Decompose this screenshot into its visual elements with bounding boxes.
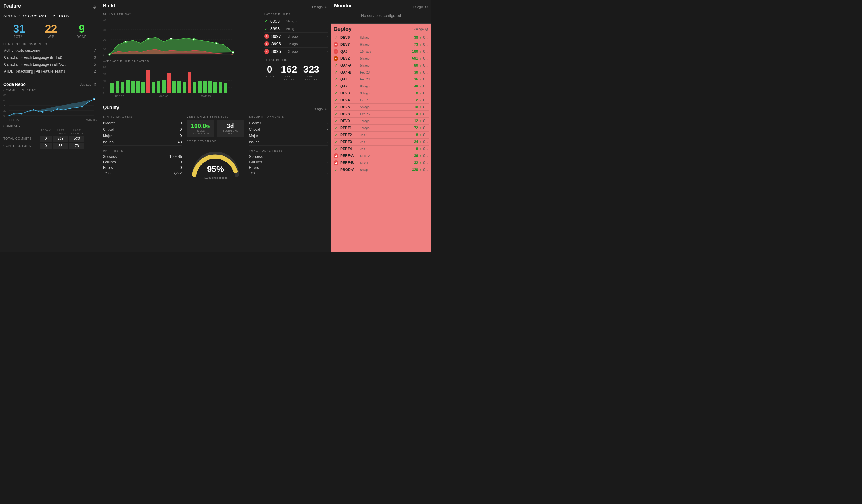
sec-critical: Critical - (249, 127, 328, 133)
check-icon-qa2: ✓ (334, 84, 338, 89)
svg-rect-65 (193, 82, 196, 93)
arrow-down-icon-proda: ↓ (427, 168, 429, 172)
deploy-status-qa2: ✓ (334, 84, 338, 89)
tech-debt-label: TECHNICALDEBT (219, 130, 242, 135)
func-tests: Tests - (249, 170, 328, 176)
build-number: 8999 (270, 19, 284, 24)
commits-x-label-mar06: MAR 06 (86, 119, 96, 122)
metric-wip: 22 WIP (45, 24, 57, 38)
svg-point-32 (125, 41, 127, 43)
svg-point-16 (69, 108, 71, 109)
deploy-zero-qa4a: 0 (423, 63, 425, 67)
deploy-zero-perf4: 0 (423, 147, 425, 151)
check-icon-dev5: ✓ (334, 105, 338, 109)
feature-gear-icon[interactable]: ⚙ (93, 5, 96, 10)
arrow-up-icon-dev8: ↑ (420, 112, 421, 116)
svg-rect-55 (141, 82, 145, 93)
deploy-count-dev3: 8 (416, 91, 418, 95)
deploy-count-dev6: 38 (414, 36, 418, 40)
deploy-zero-perf2: 0 (423, 133, 425, 137)
deploy-item-perfb: 2 PERF-B Nov 3 32 ↑ 0 ↓ (334, 159, 429, 167)
deploy-title: Deploy (334, 26, 352, 32)
deploy-name-dev8: DEV8 (340, 112, 358, 116)
deploy-status-dev7: 4 (334, 42, 338, 47)
feature-panel: Feature ⚙ SPRINT: TETRIS PSI ... 6 DAYS … (0, 0, 100, 252)
build-time: 6h ago (288, 50, 324, 53)
check-icon-dev4: ✓ (334, 98, 338, 103)
deploy-count-perfb: 32 (414, 161, 418, 165)
deploy-zero-perf3: 0 (423, 140, 425, 144)
svg-text:20: 20 (103, 38, 106, 41)
deploy-status-perf1: ✓ (334, 125, 338, 130)
build-item-8995: ! 8995 6h ago › (264, 48, 328, 55)
check-icon-perf2: ✓ (334, 133, 338, 137)
svg-text:95%: 95% (207, 164, 224, 174)
commits-x-label-feb27: FEB 27 (9, 119, 19, 122)
build-fail-icon: ! (264, 34, 269, 39)
svg-point-17 (81, 106, 83, 108)
svg-text:30: 30 (103, 28, 106, 31)
sec-issues: Issues - (249, 139, 328, 146)
chevron-right-icon[interactable]: › (327, 27, 328, 31)
quality-gear-icon[interactable]: ⚙ (325, 107, 328, 111)
deploy-name-perf1: PERF1 (340, 126, 358, 130)
build-item-8996: ! 8996 5h ago › (264, 40, 328, 48)
deploy-gear-icon[interactable]: ⚙ (425, 27, 429, 31)
svg-rect-58 (157, 81, 160, 93)
code-repo-gear-icon[interactable]: ⚙ (93, 82, 96, 87)
deploy-count-qa2: 48 (414, 84, 418, 88)
latest-builds-list: ✓ 8999 2h ago › ✓ 8998 5h ago › ! (264, 17, 328, 55)
build-gear-icon[interactable]: ⚙ (325, 5, 328, 9)
chevron-right-icon[interactable]: › (327, 42, 328, 46)
svg-text:40: 40 (3, 104, 6, 107)
deploy-item-qa1: ✓ QA1 Feb 23 36 ↑ 0 ↓ (334, 76, 429, 83)
deploy-status-perfb: 2 (334, 160, 338, 165)
svg-text:0: 0 (3, 114, 5, 117)
check-icon: ✓ (334, 35, 338, 40)
deploy-zero-qa3: 0 (423, 49, 425, 54)
test-errors: Errors 0 (103, 165, 182, 170)
deploy-time-dev9: 1d ago (360, 119, 412, 123)
arrow-down-icon-qa1: ↓ (427, 78, 429, 81)
arrow-down-icon-perf4: ↓ (427, 147, 429, 151)
svg-rect-64 (188, 72, 191, 93)
chevron-right-icon[interactable]: › (327, 19, 328, 23)
commits-label: COMMITS PER DAY (3, 89, 96, 92)
feature-list: Authenticate customer 7 Canadian French … (3, 47, 96, 75)
build-title: Build (103, 3, 115, 9)
arrow-up-icon-dev4: ↑ (420, 98, 421, 102)
svg-text:5: 5 (103, 87, 104, 90)
feature-title: Feature (3, 3, 21, 9)
coverage-gauge-container: 95% 46,335 lines of code (187, 145, 244, 180)
tech-debt-box: 3d TECHNICALDEBT (217, 120, 244, 137)
total-builds-label: TOTAL BUILDS (264, 58, 328, 62)
deploy-time-qa4b: Feb 23 (360, 71, 412, 74)
chevron-right-icon[interactable]: › (327, 49, 328, 54)
svg-rect-70 (219, 82, 222, 93)
contributors-summary-row: CONTRIBUTORS 0 55 78 (3, 143, 96, 149)
svg-text:MAR 06: MAR 06 (159, 95, 169, 98)
deploy-zero-dev3: 0 (423, 91, 425, 95)
coverage-gauge-svg: 95% (188, 145, 243, 178)
arrow-down-icon-dev2: ↓ (427, 57, 429, 60)
deploy-item-dev2: 26 DEV2 5h ago 691 ↑ 0 ↓ (334, 55, 429, 62)
monitor-gear-icon[interactable]: ⚙ (425, 5, 428, 9)
deploy-time-perf4: Jan 16 (360, 147, 414, 151)
arrow-up-icon-dev5: ↑ (420, 106, 421, 109)
deploy-status-proda: ✓ (334, 167, 338, 172)
arrow-down-icon-qa4a: ↓ (427, 64, 429, 67)
svg-point-12 (21, 113, 22, 115)
qm-major: Major 0 (103, 133, 182, 139)
chevron-right-icon[interactable]: › (327, 34, 328, 38)
deploy-status-perf2: ✓ (334, 133, 338, 137)
build-success-icon: ✓ (264, 19, 268, 24)
deploy-time-qa2: 8h ago (360, 85, 412, 88)
arrow-up-icon-perfa: ↑ (420, 154, 421, 158)
sec-major: Major - (249, 133, 328, 139)
deploy-status-dev4: ✓ (334, 98, 338, 103)
arrow-up-icon-perf3: ↑ (420, 141, 421, 144)
deploy-status-perf4: ✓ (334, 146, 338, 151)
feature-item: Canadian French Language (In T&D ... 6 (3, 54, 96, 61)
contributors-today: 0 (40, 143, 52, 149)
compliance-label: RULESCOMPLIANCE (189, 130, 212, 135)
